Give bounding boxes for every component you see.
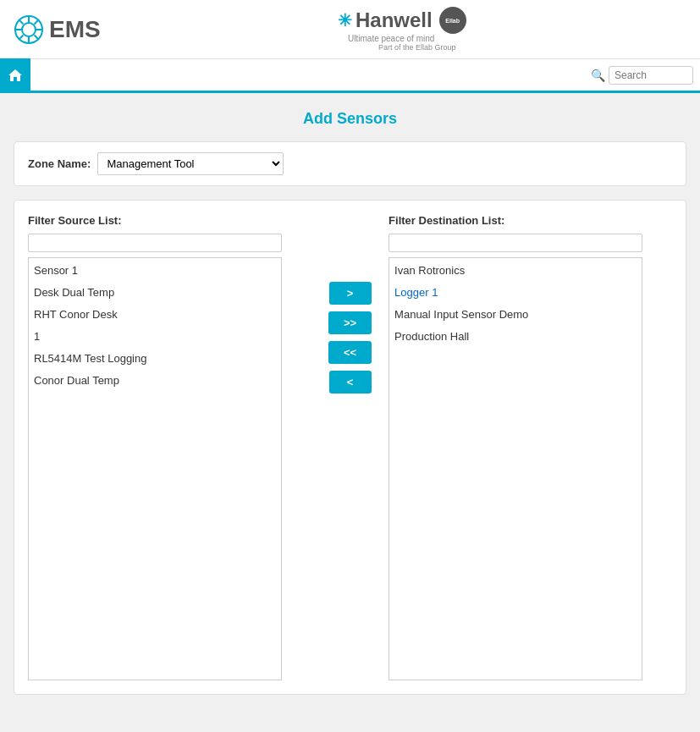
home-button[interactable] xyxy=(0,58,30,92)
svg-marker-10 xyxy=(8,69,22,81)
list-item[interactable]: Ivan Rotronics xyxy=(389,260,642,282)
list-item[interactable]: RHT Conor Desk xyxy=(29,304,281,326)
svg-line-9 xyxy=(19,35,23,39)
list-item[interactable]: Manual Input Sensor Demo xyxy=(389,304,642,326)
list-item[interactable]: Production Hall xyxy=(389,326,642,348)
destination-filter-input[interactable] xyxy=(389,234,642,252)
move-all-left-button[interactable]: << xyxy=(328,341,372,364)
header: EMS ✳ Hanwell Ellab Ultimate peace of mi… xyxy=(0,0,700,59)
source-list-inner: Sensor 1 Desk Dual Temp RHT Conor Desk 1… xyxy=(29,258,281,394)
logo-area: EMS xyxy=(14,14,101,45)
svg-point-1 xyxy=(22,23,36,36)
move-all-right-button[interactable]: >> xyxy=(328,311,372,334)
move-left-button[interactable]: < xyxy=(329,371,372,394)
search-icon: 🔍 xyxy=(591,69,605,82)
list-item[interactable]: Conor Dual Temp xyxy=(29,370,281,392)
hanwell-title: ✳ Hanwell Ellab xyxy=(338,7,466,34)
destination-list-section: Filter Destination List: Ivan Rotronics … xyxy=(389,214,672,680)
svg-line-8 xyxy=(35,19,39,24)
main-content: Add Sensors Zone Name: Management Tool P… xyxy=(0,93,700,732)
move-right-button[interactable]: > xyxy=(329,282,372,305)
list-item[interactable]: 1 xyxy=(29,326,281,348)
ems-logo: EMS xyxy=(14,14,101,45)
hanwell-brand-text: Hanwell xyxy=(356,8,433,32)
source-list-title: Filter Source List: xyxy=(28,214,311,227)
source-list-section: Filter Source List: Sensor 1 Desk Dual T… xyxy=(28,214,311,680)
list-item[interactable]: Desk Dual Temp xyxy=(29,282,281,304)
ellab-badge: Ellab xyxy=(439,7,466,34)
svg-line-6 xyxy=(19,19,23,24)
home-icon xyxy=(8,68,23,83)
zone-row: Zone Name: Management Tool Production Ha… xyxy=(14,141,686,186)
ellab-group-text: Part of the Ellab Group xyxy=(378,43,456,52)
hanwell-icon: ✳ xyxy=(338,10,352,30)
destination-list-title: Filter Destination List: xyxy=(389,214,672,227)
search-area: 🔍 xyxy=(591,66,700,85)
destination-list-box[interactable]: Ivan Rotronics Logger 1 Manual Input Sen… xyxy=(389,257,642,680)
svg-line-7 xyxy=(35,35,39,39)
page-title: Add Sensors xyxy=(14,110,686,128)
list-item[interactable]: RL5414M Test Logging xyxy=(29,348,281,370)
destination-list-inner: Ivan Rotronics Logger 1 Manual Input Sen… xyxy=(389,258,642,349)
hanwell-tagline: Ultimate peace of mind xyxy=(348,34,434,43)
navbar: 🔍 xyxy=(0,59,700,93)
transfer-buttons: > >> << < xyxy=(311,282,389,394)
source-filter-input[interactable] xyxy=(28,234,282,252)
ems-title: EMS xyxy=(49,16,101,43)
list-item[interactable]: Logger 1 xyxy=(389,282,642,304)
search-input[interactable] xyxy=(609,66,693,85)
source-list-box[interactable]: Sensor 1 Desk Dual Temp RHT Conor Desk 1… xyxy=(28,257,282,680)
hanwell-logo: ✳ Hanwell Ellab Ultimate peace of mind P… xyxy=(338,7,466,52)
lists-panel: Filter Source List: Sensor 1 Desk Dual T… xyxy=(14,200,686,695)
zone-select[interactable]: Management Tool Production Hall Test Zon… xyxy=(97,152,284,175)
list-item[interactable]: Sensor 1 xyxy=(29,260,281,282)
zone-label: Zone Name: xyxy=(28,157,91,170)
ems-icon xyxy=(14,14,44,45)
